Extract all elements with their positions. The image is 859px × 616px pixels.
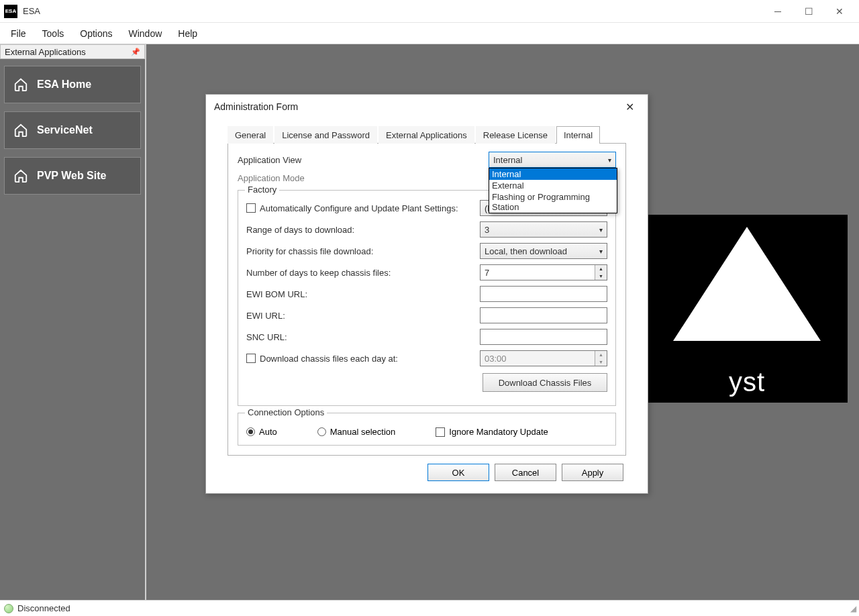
menu-tools[interactable]: Tools (34, 25, 72, 42)
spin-up-icon[interactable]: ▲ (595, 265, 607, 272)
menu-options[interactable]: Options (72, 25, 120, 42)
tab-general[interactable]: General (228, 126, 273, 144)
tab-panel-internal: Application View Internal ▾ Internal Ext… (228, 144, 626, 456)
chevron-down-icon: ▾ (608, 156, 611, 164)
home-icon (13, 168, 29, 184)
download-time-spinner[interactable]: 03:00 ▲▼ (480, 350, 607, 366)
sidebar-item-esa-home[interactable]: ESA Home (4, 66, 141, 103)
apply-button[interactable]: Apply (562, 464, 623, 481)
pin-icon[interactable]: 📌 (131, 48, 140, 56)
ewi-url-input[interactable] (480, 307, 607, 323)
app-view-label: Application View (238, 155, 489, 165)
chevron-down-icon: ▾ (599, 226, 603, 234)
administration-dialog: Administration Form ✕ General License an… (205, 94, 648, 494)
home-icon (13, 122, 29, 138)
auto-radio[interactable] (246, 427, 255, 436)
menu-file[interactable]: File (3, 25, 34, 42)
manual-radio-label: Manual selection (330, 427, 396, 437)
ok-button[interactable]: OK (427, 464, 489, 481)
priority-select[interactable]: Local, then download ▾ (480, 243, 607, 259)
maximize-button[interactable]: ☐ (793, 1, 824, 21)
sidebar-title: External Applications (5, 47, 86, 57)
keep-days-label: Number of days to keep chassis files: (246, 268, 480, 278)
spin-up-icon[interactable]: ▲ (595, 351, 607, 358)
triangle-icon (673, 227, 821, 341)
download-each-label: Download chassis files each day at: (260, 354, 480, 364)
close-button[interactable]: ✕ (824, 1, 855, 21)
resize-grip-icon[interactable]: ◢ (850, 604, 855, 613)
dropdown-option[interactable]: Internal (489, 168, 617, 180)
sidebar-header: External Applications 📌 (0, 44, 145, 59)
logo-text: yst (729, 367, 765, 397)
ignore-update-label: Ignore Mandatory Update (449, 427, 548, 437)
range-days-label: Range of days to download: (246, 225, 480, 235)
priority-label: Priority for chassis file download: (246, 246, 480, 256)
sidebar-item-label: ESA Home (37, 79, 91, 91)
titlebar: ESA ESA ─ ☐ ✕ (0, 0, 859, 23)
cancel-button[interactable]: Cancel (495, 464, 556, 481)
dropdown-option[interactable]: Flashing or Programming Station (489, 191, 617, 213)
sidebar-item-label: ServiceNet (37, 124, 93, 136)
priority-value: Local, then download (485, 246, 567, 256)
tab-bar: General License and Password External Ap… (228, 125, 626, 144)
app-view-select[interactable]: Internal ▾ (489, 152, 616, 168)
snc-url-input[interactable] (480, 329, 607, 345)
snc-url-label: SNC URL: (246, 332, 480, 342)
menubar: File Tools Options Window Help (0, 23, 859, 44)
dialog-close-button[interactable]: ✕ (620, 98, 640, 116)
dialog-buttons: OK Cancel Apply (219, 456, 634, 484)
minimize-button[interactable]: ─ (762, 1, 793, 21)
tab-external-apps[interactable]: External Applications (378, 126, 474, 144)
ewi-bom-label: EWI BOM URL: (246, 289, 480, 299)
connection-options-fieldset: Connection Options Auto Manual selection (238, 413, 616, 446)
window-title: ESA (23, 6, 762, 16)
keep-days-value: 7 (481, 268, 595, 278)
auto-radio-label: Auto (259, 427, 277, 437)
menu-help[interactable]: Help (170, 25, 205, 42)
download-each-checkbox[interactable] (246, 354, 256, 363)
download-time-value: 03:00 (481, 354, 595, 364)
home-icon (13, 76, 29, 93)
sidebar-item-servicenet[interactable]: ServiceNet (4, 111, 141, 149)
tab-release-license[interactable]: Release License (476, 126, 555, 144)
chevron-down-icon: ▾ (599, 248, 603, 255)
app-icon: ESA (4, 5, 17, 18)
background-logo: yst (646, 215, 848, 403)
manual-radio[interactable] (317, 427, 326, 436)
connection-legend: Connection Options (245, 407, 327, 417)
sidebar-item-label: PVP Web Site (37, 170, 106, 182)
status-bar: Disconnected ◢ (0, 600, 859, 616)
app-view-dropdown: Internal External Flashing or Programmin… (489, 168, 617, 213)
app-view-value: Internal (493, 155, 522, 165)
status-dot-icon (4, 604, 13, 613)
ewi-bom-input[interactable] (480, 286, 607, 302)
dropdown-option[interactable]: External (489, 180, 617, 191)
range-days-select[interactable]: 3 ▾ (480, 221, 607, 238)
tab-internal[interactable]: Internal (556, 126, 600, 144)
status-text: Disconnected (17, 603, 70, 613)
content-area: yst Administration Form ✕ General Licens… (146, 44, 859, 600)
range-days-value: 3 (485, 225, 489, 235)
spin-down-icon[interactable]: ▼ (595, 358, 607, 366)
ignore-update-checkbox[interactable] (436, 427, 445, 437)
download-chassis-button[interactable]: Download Chassis Files (483, 373, 607, 392)
factory-legend: Factory (245, 185, 279, 195)
dialog-title: Administration Form (214, 101, 298, 112)
auto-configure-label: Automatically Configure and Update Plant… (260, 203, 480, 213)
menu-window[interactable]: Window (121, 25, 170, 42)
auto-configure-checkbox[interactable] (246, 203, 256, 213)
ewi-url-label: EWI URL: (246, 311, 480, 321)
spin-down-icon[interactable]: ▼ (595, 272, 607, 280)
keep-days-spinner[interactable]: 7 ▲▼ (480, 264, 607, 280)
factory-fieldset: Factory Automatically Configure and Upda… (238, 190, 616, 406)
sidebar-item-pvp[interactable]: PVP Web Site (4, 157, 141, 195)
tab-license[interactable]: License and Password (274, 126, 377, 144)
sidebar: External Applications 📌 ESA Home Service… (0, 44, 146, 600)
